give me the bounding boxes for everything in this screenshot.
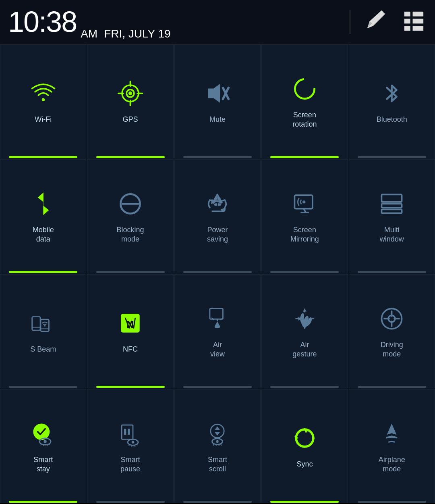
svg-point-86 bbox=[216, 440, 219, 443]
air-gesture-indicator bbox=[270, 386, 339, 388]
mute-icon bbox=[204, 77, 230, 109]
tile-sync[interactable]: Sync bbox=[261, 389, 348, 503]
tile-wifi[interactable]: Wi-Fi bbox=[0, 44, 86, 158]
svg-rect-74 bbox=[124, 429, 126, 435]
bluetooth-label: Bluetooth bbox=[377, 115, 407, 124]
smart-pause-label: Smartpause bbox=[120, 455, 140, 473]
s-beam-label: S Beam bbox=[30, 345, 56, 354]
svg-marker-25 bbox=[37, 192, 43, 202]
svg-point-77 bbox=[132, 441, 135, 444]
svg-marker-83 bbox=[215, 426, 220, 429]
svg-point-35 bbox=[302, 200, 305, 203]
bluetooth-indicator bbox=[358, 156, 426, 158]
tile-screen-rotation[interactable]: Screenrotation bbox=[261, 44, 348, 158]
screen-rotation-label: Screenrotation bbox=[292, 110, 317, 129]
screen-mirroring-label: ScreenMirroring bbox=[290, 225, 319, 244]
svg-point-8 bbox=[41, 98, 44, 101]
tile-blocking-mode[interactable]: Blockingmode bbox=[87, 159, 173, 273]
svg-marker-20 bbox=[208, 84, 220, 102]
multi-window-icon bbox=[379, 187, 405, 220]
svg-rect-40 bbox=[382, 209, 402, 213]
power-saving-icon: ♻ bbox=[204, 187, 230, 220]
sync-icon bbox=[292, 422, 318, 454]
screen-rotation-icon bbox=[292, 73, 318, 105]
sync-indicator bbox=[270, 501, 339, 503]
edit-icon[interactable] bbox=[362, 7, 389, 37]
tile-nfc[interactable]: N NFC bbox=[87, 274, 173, 388]
tile-power-saving[interactable]: ♻ Powersaving bbox=[174, 159, 261, 273]
smart-pause-indicator bbox=[96, 501, 165, 503]
smart-scroll-label: Smartscroll bbox=[208, 455, 227, 473]
tile-gps[interactable]: GPS bbox=[87, 44, 173, 158]
driving-mode-icon bbox=[379, 302, 405, 335]
date-display: FRI, JULY 19 bbox=[104, 27, 170, 44]
smart-pause-icon bbox=[117, 417, 143, 450]
tile-driving-mode[interactable]: Drivingmode bbox=[349, 274, 435, 388]
tile-smart-scroll[interactable]: Smartscroll bbox=[174, 389, 261, 503]
svg-rect-73 bbox=[122, 425, 133, 439]
svg-rect-4 bbox=[404, 19, 410, 24]
svg-rect-39 bbox=[382, 204, 402, 207]
smart-scroll-icon bbox=[204, 417, 230, 450]
quick-settings-grid: Wi-Fi GPS bbox=[0, 44, 435, 503]
svg-rect-6 bbox=[404, 26, 410, 31]
gps-label: GPS bbox=[123, 115, 138, 124]
tile-s-beam[interactable]: S Beam bbox=[0, 274, 86, 388]
air-view-indicator bbox=[183, 386, 252, 388]
tile-air-gesture[interactable]: Airgesture bbox=[261, 274, 348, 388]
tile-smart-pause[interactable]: Smartpause bbox=[87, 389, 173, 503]
svg-text:♻: ♻ bbox=[211, 194, 224, 209]
airplane-mode-label: Airplanemode bbox=[379, 455, 405, 473]
mobile-data-indicator bbox=[9, 271, 77, 273]
tile-bluetooth[interactable]: Bluetooth bbox=[349, 44, 435, 158]
air-view-label: Airview bbox=[210, 340, 225, 358]
blocking-mode-label: Blockingmode bbox=[117, 225, 144, 244]
smart-stay-label: Smartstay bbox=[33, 455, 53, 473]
status-bar: 10:38 AM FRI, JULY 19 bbox=[0, 0, 435, 44]
power-saving-label: Powersaving bbox=[207, 225, 228, 244]
wifi-icon bbox=[30, 77, 56, 109]
gps-indicator bbox=[96, 156, 165, 158]
status-divider bbox=[350, 10, 350, 34]
mobile-data-icon bbox=[30, 187, 56, 220]
svg-marker-26 bbox=[43, 206, 49, 215]
svg-rect-3 bbox=[413, 12, 424, 17]
svg-rect-7 bbox=[413, 26, 424, 31]
tile-screen-mirroring[interactable]: ScreenMirroring bbox=[261, 159, 348, 273]
smart-stay-indicator bbox=[9, 501, 77, 503]
smart-stay-icon bbox=[30, 417, 56, 450]
blocking-mode-icon bbox=[117, 187, 143, 220]
list-icon[interactable] bbox=[401, 7, 427, 37]
multi-window-indicator bbox=[358, 271, 426, 273]
airplane-mode-icon bbox=[379, 417, 405, 450]
wifi-label: Wi-Fi bbox=[35, 115, 52, 124]
svg-rect-41 bbox=[32, 317, 40, 330]
svg-rect-75 bbox=[128, 429, 130, 435]
svg-rect-5 bbox=[413, 19, 424, 24]
tile-smart-stay[interactable]: Smartstay bbox=[0, 389, 86, 503]
air-gesture-label: Airgesture bbox=[292, 340, 317, 358]
svg-rect-2 bbox=[404, 12, 410, 17]
driving-mode-label: Drivingmode bbox=[381, 340, 403, 358]
svg-marker-57 bbox=[303, 308, 307, 311]
tile-multi-window[interactable]: Multiwindow bbox=[349, 159, 435, 273]
mute-label: Mute bbox=[209, 115, 226, 124]
tile-mobile-data[interactable]: Mobiledata bbox=[0, 159, 86, 273]
power-saving-indicator bbox=[183, 271, 252, 273]
tile-air-view[interactable]: Airview bbox=[174, 274, 261, 388]
screen-mirroring-indicator bbox=[270, 271, 339, 273]
tile-mute[interactable]: Mute bbox=[174, 44, 261, 158]
mobile-data-label: Mobiledata bbox=[33, 225, 54, 244]
svg-point-66 bbox=[33, 423, 50, 440]
screen-rotation-indicator bbox=[270, 156, 339, 158]
svg-point-82 bbox=[211, 424, 224, 437]
screen-mirroring-icon bbox=[292, 187, 318, 220]
svg-marker-84 bbox=[215, 432, 220, 435]
nfc-label: NFC bbox=[123, 345, 138, 354]
air-view-icon bbox=[204, 302, 230, 335]
svg-rect-38 bbox=[382, 194, 402, 202]
driving-mode-indicator bbox=[358, 386, 426, 388]
ampm-display: AM bbox=[81, 27, 97, 44]
smart-scroll-indicator bbox=[183, 501, 252, 503]
tile-airplane-mode[interactable]: Airplanemode bbox=[349, 389, 435, 503]
